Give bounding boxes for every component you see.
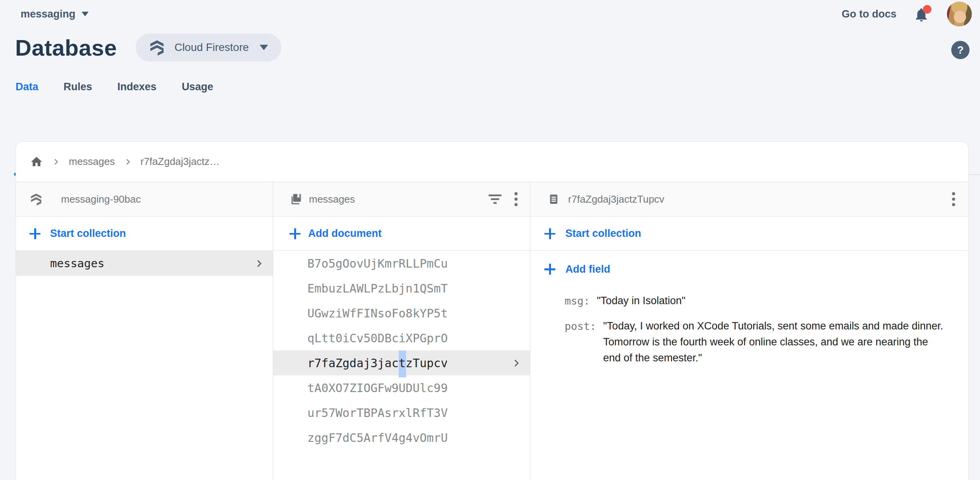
add-field-button[interactable]: Add field [530, 251, 968, 287]
project-name: messaging [21, 8, 75, 20]
database-name: messaging-90bac [61, 193, 141, 205]
root-column-header: messaging-90bac [16, 182, 273, 217]
project-switcher[interactable]: messaging [21, 8, 89, 20]
filter-icon[interactable] [488, 192, 502, 206]
tab-indexes[interactable]: Indexes [117, 77, 157, 100]
firestore-logo-icon [149, 39, 165, 56]
field-name: post: [565, 318, 596, 334]
chevron-right-icon [254, 258, 264, 269]
document-list-item[interactable]: EmbuzLAWLPzLbjn1QSmT [273, 276, 530, 301]
tab-data[interactable]: Data [16, 77, 38, 100]
collection-icon [289, 193, 302, 205]
miller-columns: messaging-90bac Start collection message… [16, 182, 968, 480]
document-list-item[interactable]: tA0XO7ZIOGFw9UDUlc99 [273, 375, 530, 400]
page-title: Database [15, 35, 117, 61]
topbar: messaging Go to docs [0, 0, 980, 28]
plus-icon [29, 228, 41, 240]
document-id: r7faZgdaj3jactzTupcv [568, 193, 664, 205]
collection-column: messages Add document B7o5gOovUjKmrRLLPm… [273, 182, 530, 480]
breadcrumb: messages r7faZgdaj3jactz… [16, 142, 968, 182]
document-list-item[interactable]: B7o5gOovUjKmrRLLPmCu [273, 251, 530, 276]
field-value: "Today, I worked on XCode Tutorials, sen… [603, 318, 943, 366]
collection-list-item-messages[interactable]: messages [16, 251, 273, 276]
document-list-item-selected[interactable]: r7faZgdaj3jactzTupcv [273, 350, 530, 375]
help-icon[interactable]: ? [951, 41, 970, 59]
start-collection-button[interactable]: Start collection [16, 217, 273, 251]
home-icon[interactable] [30, 155, 43, 168]
breadcrumb-document[interactable]: r7faZgdaj3jactz… [141, 156, 220, 168]
plus-icon [544, 228, 556, 240]
root-column: messaging-90bac Start collection message… [16, 182, 273, 480]
document-icon [548, 193, 560, 205]
document-list-item[interactable]: ur57WorTBPAsrxlRfT3V [273, 400, 530, 425]
document-list-item[interactable]: qLtt0iCv50DBciXPGprO [273, 326, 530, 350]
document-list-item[interactable]: UGwziWfFINsoFo8kYP5t [273, 301, 530, 326]
notifications-button[interactable] [914, 5, 929, 23]
chevron-right-icon [52, 158, 60, 166]
caret-down-icon [260, 45, 268, 50]
field-post[interactable]: post: "Today, I worked on XCode Tutorial… [565, 318, 953, 366]
go-to-docs-link[interactable]: Go to docs [842, 8, 896, 20]
tab-strip: Data Rules Indexes Usage [0, 77, 980, 100]
document-column: r7faZgdaj3jactzTupcv Start collection Ad… [530, 182, 968, 480]
chevron-right-icon [511, 358, 521, 368]
product-switcher-pill[interactable]: Cloud Firestore [136, 33, 281, 61]
collection-column-header: messages [273, 182, 530, 217]
notification-dot [923, 5, 931, 14]
plus-icon [544, 263, 556, 275]
field-name: msg: [565, 293, 590, 309]
document-column-header: r7faZgdaj3jactzTupcv [530, 182, 968, 217]
plus-icon [289, 228, 301, 240]
firestore-data-panel: messages r7faZgdaj3jactz… messaging-90ba… [16, 141, 969, 480]
avatar[interactable] [947, 2, 972, 26]
product-name: Cloud Firestore [174, 41, 249, 54]
caret-down-icon [82, 12, 89, 16]
document-list-item[interactable]: zggF7dC5ArfV4g4vOmrU [273, 425, 530, 450]
kebab-menu-icon[interactable] [512, 190, 520, 208]
field-msg[interactable]: msg: "Today in Isolation" [565, 293, 953, 309]
add-document-button[interactable]: Add document [273, 217, 530, 251]
start-collection-button[interactable]: Start collection [530, 217, 968, 251]
firestore-logo-icon [30, 192, 42, 206]
breadcrumb-collection[interactable]: messages [69, 156, 115, 168]
page-header: Database Cloud Firestore [15, 33, 281, 61]
collection-name: messages [309, 193, 355, 205]
tab-rules[interactable]: Rules [64, 77, 92, 100]
kebab-menu-icon[interactable] [950, 190, 957, 208]
field-value: "Today in Isolation" [597, 293, 685, 309]
field-list: msg: "Today in Isolation" post: "Today, … [530, 287, 968, 366]
chevron-right-icon [124, 158, 132, 166]
tab-usage[interactable]: Usage [182, 77, 213, 100]
topbar-right: Go to docs [842, 2, 980, 26]
